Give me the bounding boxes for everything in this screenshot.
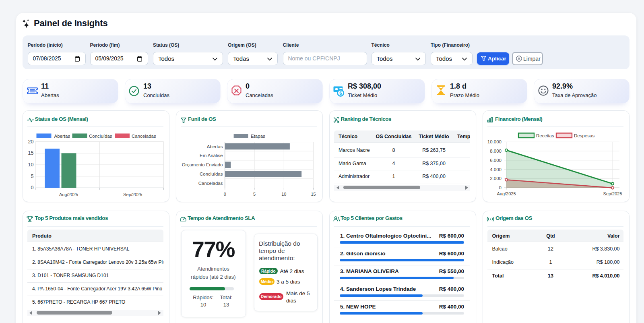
svg-text:5: 5 — [31, 174, 34, 179]
svg-text:Canceladas: Canceladas — [198, 181, 223, 186]
svg-text:Aug/2025: Aug/2025 — [59, 192, 78, 197]
svg-text:Sep/2025: Sep/2025 — [603, 191, 622, 196]
svg-text:Canceladas: Canceladas — [132, 134, 156, 139]
svg-text:20: 20 — [28, 139, 34, 145]
svg-text:$: $ — [339, 91, 342, 95]
svg-text:15: 15 — [311, 192, 316, 197]
svg-text:8.000: 8.000 — [490, 149, 502, 153]
svg-text:10.000: 10.000 — [487, 139, 502, 144]
svg-text:Aug/2025: Aug/2025 — [497, 191, 516, 196]
svg-text:10: 10 — [281, 192, 286, 197]
svg-text:Concluídas: Concluídas — [89, 134, 112, 139]
svg-text:Sep/2025: Sep/2025 — [123, 192, 142, 197]
svg-text:Receitas: Receitas — [536, 133, 554, 138]
svg-text:4.000: 4.000 — [490, 167, 502, 172]
svg-text:Concluídas: Concluídas — [200, 172, 223, 176]
svg-text:0: 0 — [499, 185, 502, 190]
svg-text:Despesas: Despesas — [574, 133, 594, 138]
svg-text:Etapas: Etapas — [251, 134, 265, 139]
svg-text:2.000: 2.000 — [490, 176, 502, 181]
svg-text:6.000: 6.000 — [490, 158, 502, 163]
svg-text:Abertas: Abertas — [54, 134, 70, 139]
svg-text:5: 5 — [253, 192, 256, 197]
svg-text:0: 0 — [31, 185, 34, 190]
svg-text:15: 15 — [28, 150, 34, 156]
svg-text:Abertas: Abertas — [207, 144, 223, 149]
svg-text:10: 10 — [28, 162, 34, 168]
svg-text:0: 0 — [224, 192, 226, 197]
svg-text:Em Análise: Em Análise — [200, 153, 223, 158]
svg-text:Orçamento Enviado: Orçamento Enviado — [182, 162, 223, 167]
